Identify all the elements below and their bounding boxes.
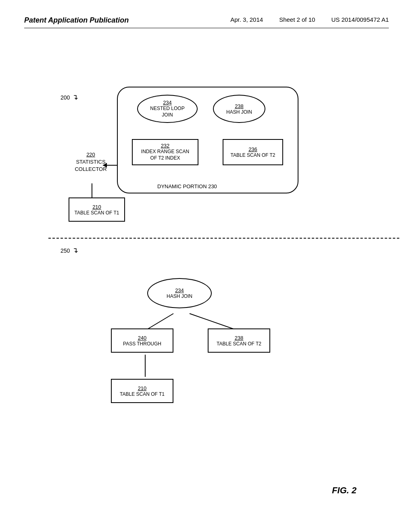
node-236-table-scan-t2: 236 TABLE SCAN OF T2 (223, 139, 283, 165)
node-232-text: INDEX RANGE SCANOF T2 INDEX (141, 149, 189, 161)
page-header: Patent Application Publication Apr. 3, 2… (24, 16, 389, 28)
node-238-text-top: HASH JOIN (226, 109, 252, 115)
node-240-text: PASS THROUGH (123, 341, 161, 347)
node-210-number-top: 210 (92, 204, 101, 210)
dynamic-portion-label: DYNAMIC PORTION 230 (157, 183, 217, 189)
header-patent: US 2014/0095472 A1 (331, 16, 389, 23)
header-info: Apr. 3, 2014 Sheet 2 of 10 US 2014/00954… (230, 16, 389, 23)
node-234-text: NESTED LOOPJOIN (150, 106, 184, 118)
node-234-nested-loop: 234 NESTED LOOPJOIN (137, 95, 198, 123)
node-210-number-bottom: 210 (138, 385, 147, 391)
fig-label: FIG. 2 (332, 485, 357, 496)
node-220-statistics: 220 STATISTICSCOLLECTOR (65, 151, 117, 173)
svg-line-6 (145, 314, 173, 330)
page: Patent Application Publication Apr. 3, 2… (0, 0, 413, 532)
node-210-table-scan-t1-bottom: 210 TABLE SCAN OF T1 (111, 379, 173, 403)
node-232-index-range: 232 INDEX RANGE SCANOF T2 INDEX (132, 139, 198, 165)
header-date: Apr. 3, 2014 (230, 16, 263, 23)
node-220-number: 220 (86, 152, 95, 158)
label-250: 250 ↴ (60, 246, 78, 255)
node-210-text-bottom: TABLE SCAN OF T1 (120, 391, 165, 397)
dashed-separator (48, 238, 399, 239)
publication-title: Patent Application Publication (24, 16, 129, 25)
svg-line-7 (190, 314, 238, 330)
node-234-text-bottom: HASH JOIN (167, 293, 192, 299)
node-238-number-top: 238 (235, 103, 244, 109)
node-234-number-bottom: 234 (175, 287, 184, 293)
label-200: 200 ↴ (60, 93, 78, 102)
node-210-table-scan-t1-top: 210 TABLE SCAN OF T1 (69, 197, 125, 222)
node-238-number-bottom: 238 (235, 335, 244, 341)
diagram-area: 200 ↴ DYNAMIC PORTION 230 234 NESTED LOO… (24, 40, 389, 504)
node-238-hash-join-top: 238 HASH JOIN (213, 95, 265, 123)
node-220-text: STATISTICSCOLLECTOR (75, 159, 106, 172)
node-234-number: 234 (163, 100, 172, 106)
node-238-table-scan-t2-bottom: 238 TABLE SCAN OF T2 (208, 328, 270, 353)
node-232-number: 232 (161, 143, 170, 149)
node-236-text: TABLE SCAN OF T2 (231, 152, 275, 158)
node-238-text-bottom: TABLE SCAN OF T2 (217, 341, 261, 347)
node-240-number: 240 (138, 335, 147, 341)
node-236-number: 236 (248, 146, 257, 152)
node-234-hash-join-bottom: 234 HASH JOIN (147, 278, 212, 308)
node-240-pass-through: 240 PASS THROUGH (111, 328, 173, 353)
header-sheet: Sheet 2 of 10 (279, 16, 315, 23)
node-210-text-top: TABLE SCAN OF T1 (75, 210, 119, 216)
